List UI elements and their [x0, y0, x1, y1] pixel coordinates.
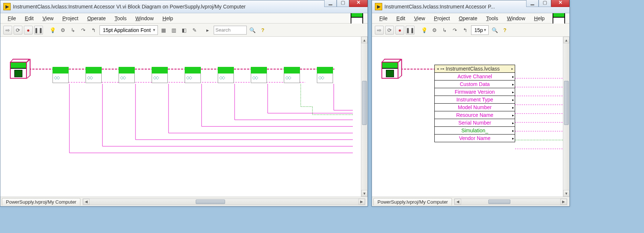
menu-operate[interactable]: Operate — [83, 14, 110, 23]
property-row[interactable]: Simulation_▸ — [435, 127, 515, 135]
vertical-scrollbar[interactable]: ▲ ▼ — [563, 37, 569, 197]
menu-project[interactable]: Project — [430, 14, 455, 23]
title-bar[interactable]: ▶ InstrumentClass.lvclass:Instrument Acc… — [0, 0, 368, 13]
context-help-icon[interactable]: ? — [500, 26, 509, 35]
step-over-icon[interactable]: ↷ — [451, 26, 459, 35]
property-row-label: Vendor Name — [459, 135, 491, 141]
chevron-right-icon: ▸ — [512, 113, 514, 117]
step-over-icon[interactable]: ↷ — [79, 26, 88, 35]
scrollbar-thumb[interactable] — [564, 81, 569, 125]
subvi-node[interactable]: ◇◇ — [152, 67, 168, 83]
menu-file[interactable]: File — [3, 14, 21, 23]
property-row-label: Firmware Version — [455, 89, 495, 95]
hscroll-thumb[interactable] — [196, 200, 225, 204]
subvi-node[interactable]: ◇◇ — [86, 67, 102, 83]
resize-objects-icon[interactable]: ◧ — [180, 26, 189, 35]
class-input-terminal[interactable] — [10, 59, 30, 79]
vertical-scrollbar[interactable]: ▲ ▼ — [361, 37, 368, 197]
retain-wire-values-icon[interactable]: ⚙ — [58, 26, 67, 35]
menu-tools[interactable]: Tools — [110, 14, 131, 23]
scrollbar-thumb[interactable] — [362, 81, 367, 125]
pause-button[interactable]: ❚❚ — [34, 26, 43, 35]
search-input[interactable]: Search — [214, 26, 247, 35]
chevron-right-icon: ▸ — [512, 121, 514, 125]
menu-view[interactable]: View — [38, 14, 58, 23]
title-bar[interactable]: ▶ InstrumentClass.lvclass:Instrument Acc… — [372, 0, 569, 13]
property-row[interactable]: Vendor Name▸ — [435, 135, 515, 142]
vi-icon[interactable] — [351, 12, 363, 25]
step-into-icon[interactable]: ↳ — [69, 26, 77, 35]
align-objects-icon[interactable]: ▦ — [159, 26, 168, 35]
close-button[interactable] — [349, 0, 368, 7]
menu-view[interactable]: View — [410, 14, 430, 23]
pause-button[interactable]: ❚❚ — [406, 26, 415, 35]
subvi-node[interactable]: ◇◇ — [317, 67, 333, 83]
abort-button[interactable]: ● — [24, 26, 33, 35]
run-continuous-button[interactable]: ⟳ — [385, 26, 394, 35]
menu-file[interactable]: File — [375, 14, 392, 23]
status-path-tab[interactable]: PowerSupply.lvproj/My Computer — [2, 198, 80, 205]
block-diagram-canvas[interactable]: ◇◇◇◇◇◇◇◇◇◇◇◇◇◇◇◇◇◇ ▲ ▼ — [0, 37, 368, 197]
hscroll-thumb[interactable] — [488, 200, 510, 204]
reorder-icon[interactable]: ✎ — [190, 26, 199, 35]
search-icon[interactable]: 🔍 — [248, 26, 257, 35]
minimize-button[interactable] — [526, 0, 539, 7]
window-controls — [324, 0, 368, 7]
highlight-execution-icon[interactable]: 💡 — [420, 26, 428, 35]
menu-help[interactable]: Help — [158, 14, 178, 23]
property-row[interactable]: Active Channel▸ — [435, 73, 515, 80]
menu-window[interactable]: Window — [131, 14, 158, 23]
status-path-tab[interactable]: PowerSupply.lvproj/My Computer — [373, 198, 452, 205]
close-button[interactable] — [551, 0, 569, 7]
search-icon[interactable]: 🔍 — [490, 26, 499, 35]
property-row[interactable]: Serial Number▸ — [435, 119, 515, 127]
step-into-icon[interactable]: ↳ — [440, 26, 449, 35]
distribute-objects-icon[interactable]: ▥ — [170, 26, 178, 35]
vi-icon[interactable] — [553, 12, 565, 25]
subvi-node[interactable]: ◇◇ — [251, 67, 267, 83]
context-help-icon[interactable]: ? — [258, 26, 267, 35]
step-out-icon[interactable]: ↰ — [89, 26, 98, 35]
step-out-icon[interactable]: ↰ — [461, 26, 470, 35]
property-row[interactable]: Instrument Type▸ — [435, 96, 515, 104]
font-selector[interactable]: 15pt Application Font — [100, 25, 158, 35]
horizontal-scrollbar[interactable]: ◀ ▶ — [83, 198, 365, 205]
run-button[interactable]: ⇨ — [375, 26, 384, 35]
highlight-execution-icon[interactable]: 💡 — [48, 26, 57, 35]
class-input-terminal[interactable] — [381, 59, 402, 79]
maximize-button[interactable] — [337, 0, 349, 7]
subvi-node[interactable]: ◇◇ — [218, 67, 234, 83]
property-row[interactable]: Firmware Version▸ — [435, 88, 515, 96]
run-button[interactable]: ⇨ — [3, 26, 12, 35]
subvi-glyph-icon: ◇◇ — [186, 75, 191, 80]
subvi-node[interactable]: ◇◇ — [185, 67, 201, 83]
menu-operate[interactable]: Operate — [454, 14, 482, 23]
abort-button[interactable]: ● — [395, 26, 404, 35]
property-row[interactable]: Model Number▸ — [435, 104, 515, 111]
menu-project[interactable]: Project — [58, 14, 83, 23]
menu-edit[interactable]: Edit — [21, 14, 38, 23]
property-node[interactable]: ◂ ⊶ InstrumentClass.lvclass ▸ Active Cha… — [434, 65, 515, 142]
retain-wire-values-icon[interactable]: ⚙ — [430, 26, 439, 35]
menu-edit[interactable]: Edit — [392, 14, 410, 23]
subvi-node[interactable]: ◇◇ — [53, 67, 69, 83]
cleanup-diagram-icon[interactable]: ▸ — [203, 26, 212, 35]
run-continuous-button[interactable]: ⟳ — [14, 26, 22, 35]
property-row-label: Instrument Type — [456, 97, 493, 103]
minimize-button[interactable] — [324, 0, 337, 7]
menu-window[interactable]: Window — [503, 14, 530, 23]
subvi-node[interactable]: ◇◇ — [119, 67, 135, 83]
menu-tools[interactable]: Tools — [482, 14, 503, 23]
maximize-button[interactable] — [539, 0, 551, 7]
property-node-header[interactable]: ◂ ⊶ InstrumentClass.lvclass ▸ — [435, 65, 515, 73]
horizontal-scrollbar[interactable]: ◀ ▶ — [454, 198, 567, 205]
subvi-glyph-icon: ◇◇ — [153, 75, 158, 80]
subvi-node[interactable]: ◇◇ — [284, 67, 300, 83]
window-controls — [526, 0, 569, 7]
menu-help[interactable]: Help — [530, 14, 549, 23]
property-row[interactable]: Resource Name▸ — [435, 111, 515, 119]
chevron-right-icon: ▸ — [512, 98, 514, 102]
block-diagram-canvas[interactable]: ◂ ⊶ InstrumentClass.lvclass ▸ Active Cha… — [372, 37, 569, 197]
font-selector[interactable]: 15p — [471, 25, 489, 35]
property-row[interactable]: Custom Data▸ — [435, 80, 515, 88]
